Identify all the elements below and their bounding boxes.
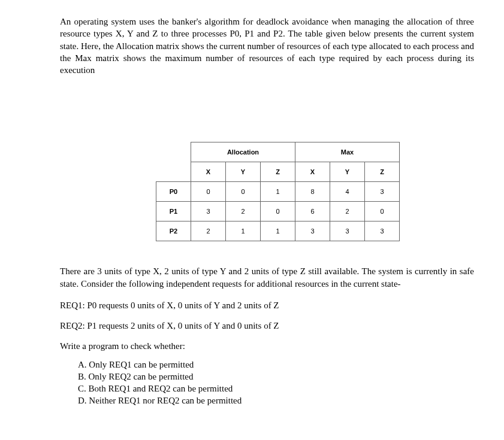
group-allocation: Allocation	[191, 142, 295, 162]
cell: 3	[191, 202, 226, 221]
cell: 8	[295, 182, 330, 202]
cell: 1	[226, 221, 261, 241]
cell: 6	[295, 202, 330, 221]
cell: 0	[261, 202, 295, 221]
table-row: P0 0 0 1 8 4 3	[156, 182, 400, 202]
cell: 2	[330, 202, 365, 221]
cell: 2	[226, 202, 261, 221]
cell: 4	[330, 182, 365, 202]
cell: 0	[191, 182, 226, 202]
option-a: A. Only REQ1 can be permitted	[78, 359, 474, 371]
req1-text: REQ1: P0 requests 0 units of X, 0 units …	[60, 299, 474, 311]
option-d: D. Neither REQ1 nor REQ2 can be permitte…	[78, 395, 474, 406]
col-alloc-z: Z	[261, 162, 295, 182]
cell: 1	[261, 182, 295, 202]
cell: 0	[226, 182, 261, 202]
option-c: C. Both REQ1 and REQ2 can be permitted	[78, 383, 474, 395]
answer-options: A. Only REQ1 can be permitted B. Only RE…	[78, 359, 474, 407]
blank-cell	[156, 162, 191, 182]
proc-label: P0	[156, 182, 191, 202]
col-alloc-x: X	[191, 162, 226, 182]
cell: 3	[295, 221, 330, 241]
col-max-y: Y	[330, 162, 365, 182]
proc-label: P2	[156, 221, 191, 241]
req2-text: REQ2: P1 requests 2 units of X, 0 units …	[60, 320, 474, 332]
cell: 2	[191, 221, 226, 241]
col-alloc-y: Y	[226, 162, 261, 182]
write-program-prompt: Write a program to check whether:	[60, 340, 474, 352]
table-row: P1 3 2 0 6 2 0	[156, 202, 400, 221]
cell: 0	[365, 202, 400, 221]
proc-label: P1	[156, 202, 191, 221]
system-state-table: Allocation Max X Y Z X Y Z P0 0 0 1 8 4 …	[156, 142, 474, 241]
col-max-x: X	[295, 162, 330, 182]
intro-paragraph: An operating system uses the banker's al…	[60, 16, 474, 76]
cell: 1	[261, 221, 295, 241]
blank-cell	[156, 142, 191, 162]
col-max-z: Z	[365, 162, 400, 182]
group-max: Max	[295, 142, 400, 162]
cell: 3	[365, 221, 400, 241]
table-row: P2 2 1 1 3 3 3	[156, 221, 400, 241]
option-b: B. Only REQ2 can be permitted	[78, 371, 474, 383]
cell: 3	[330, 221, 365, 241]
available-paragraph: There are 3 units of type X, 2 units of …	[60, 265, 474, 290]
cell: 3	[365, 182, 400, 202]
